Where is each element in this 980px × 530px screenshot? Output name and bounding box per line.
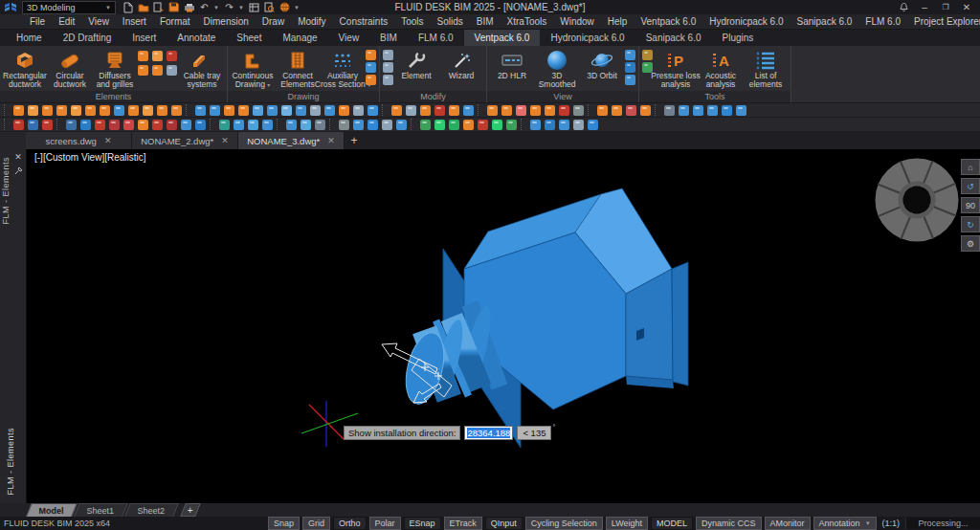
status-toggle-esnap[interactable]: ESnap: [404, 517, 441, 530]
toolbar-tool-button[interactable]: [693, 105, 703, 116]
toolbar-tool-button[interactable]: [573, 120, 584, 130]
qat-printer-icon[interactable]: [183, 2, 195, 13]
toolbar-tool-button[interactable]: [406, 105, 416, 116]
toolbar-tool-button[interactable]: [664, 105, 675, 116]
view-home-button[interactable]: ⌂: [961, 159, 980, 175]
qat-caret-icon[interactable]: ▼: [294, 4, 301, 11]
ribbon-tab-manage[interactable]: Manage: [272, 30, 327, 46]
toolbar-tool-button[interactable]: [267, 105, 278, 116]
toolbar-tool-button[interactable]: [109, 120, 120, 130]
distance-input[interactable]: 28364.188: [464, 426, 513, 440]
toolbar-tool-button[interactable]: [234, 120, 244, 130]
ribbon-tab-annotate[interactable]: Annotate: [167, 30, 226, 46]
toolbar-tool-button[interactable]: [722, 105, 732, 116]
toolbar-tool-button[interactable]: [588, 120, 598, 130]
palette-tab-flm-elements-top[interactable]: FLM - Elements: [1, 157, 11, 225]
ribbon-tab-hydronicpack-6-0[interactable]: Hydronicpack 6.0: [540, 30, 635, 46]
toolbar-tool-button[interactable]: [224, 105, 234, 116]
elements-rectangular-ductwork-button[interactable]: Rectangularductwork: [3, 48, 47, 89]
toolbar-tool-button[interactable]: [530, 105, 541, 116]
toolbar-tool-button[interactable]: [391, 105, 402, 116]
menu-item-format[interactable]: Format: [153, 16, 197, 27]
toolbar-tool-button[interactable]: [559, 105, 569, 116]
menu-item-sanipack-6-0[interactable]: Sanipack 6.0: [791, 16, 859, 27]
scene-3d-duct-object[interactable]: [27, 149, 980, 503]
tools-mini-tool-button[interactable]: [642, 50, 653, 60]
document-tab-noname-2-dwg-[interactable]: NONAME_2.dwg*✕: [132, 132, 238, 149]
toolbar-tool-button[interactable]: [28, 120, 38, 130]
modify-mini-tool-button[interactable]: [383, 75, 393, 85]
status-toggle-model[interactable]: MODEL: [651, 517, 693, 530]
close-button[interactable]: ✕: [961, 2, 972, 13]
toolbar-tool-button[interactable]: [66, 120, 77, 130]
toolbar-tool-button[interactable]: [492, 120, 502, 130]
view-mini-tool-button[interactable]: [625, 75, 635, 85]
ribbon-tab-home[interactable]: Home: [6, 30, 53, 46]
tools-mini-tool-button[interactable]: [642, 62, 653, 73]
toolbar-tool-button[interactable]: [420, 120, 431, 130]
annotation-scale[interactable]: (1:1): [882, 519, 901, 528]
toolbar-tool-button[interactable]: [545, 120, 555, 130]
toolbar-tool-button[interactable]: [171, 105, 182, 116]
status-toggle-qinput[interactable]: QInput: [485, 517, 523, 530]
toolbar-tool-button[interactable]: [679, 105, 689, 116]
toolbar-tool-button[interactable]: [42, 120, 53, 130]
menu-item-ventpack-6-0[interactable]: Ventpack 6.0: [634, 16, 702, 27]
elements-cable-tray-systems-button[interactable]: Cable traysystems: [180, 48, 224, 89]
toolbar-tool-button[interactable]: [42, 105, 53, 116]
angle-input[interactable]: < 135: [517, 426, 551, 440]
menu-item-edit[interactable]: Edit: [52, 16, 81, 27]
menu-item-hydronicpack-6-0[interactable]: Hydronicpack 6.0: [702, 16, 790, 27]
rotate-ccw-button[interactable]: ↺: [961, 178, 980, 194]
drawing-viewport[interactable]: [-][Custom View][Realistic]: [27, 149, 980, 503]
toolbar-tool-button[interactable]: [339, 120, 349, 130]
toolbar-tool-button[interactable]: [195, 120, 206, 130]
toolbar-tool-button[interactable]: [597, 105, 608, 116]
ribbon-tab-flm-6-0[interactable]: FLM 6.0: [408, 30, 464, 46]
status-toggle-etrack[interactable]: ETrack: [444, 517, 482, 530]
toolbar-tool-button[interactable]: [301, 120, 311, 130]
document-tab-close-icon[interactable]: ✕: [327, 136, 335, 145]
qat-folder-icon[interactable]: [137, 2, 149, 13]
rotate-90-button[interactable]: 90: [961, 197, 980, 213]
drawing-connect-elements-button[interactable]: ConnectElements: [276, 48, 320, 89]
sheet-tab-model[interactable]: Model: [26, 503, 78, 517]
toolbar-tool-button[interactable]: [612, 105, 622, 116]
toolbar-tool-button[interactable]: [128, 105, 139, 116]
toolbar-tool-button[interactable]: [315, 120, 325, 130]
status-toggle-polar[interactable]: Polar: [369, 517, 401, 530]
toolbar-tool-button[interactable]: [324, 105, 335, 116]
view-mini-tool-button[interactable]: [625, 62, 635, 73]
toolbar-tool-button[interactable]: [95, 120, 105, 130]
ribbon-tab-ventpack-6-0[interactable]: Ventpack 6.0: [464, 30, 541, 46]
tools-list-of-elements-button[interactable]: List ofelements: [744, 48, 788, 89]
toolbar-tool-button[interactable]: [626, 105, 636, 116]
document-tab-noname-3-dwg-[interactable]: NONAME_3.dwg*✕: [238, 132, 345, 149]
toolbar-tool-button[interactable]: [13, 120, 24, 130]
toolbar-tool-button[interactable]: [100, 105, 110, 116]
toolbar-tool-button[interactable]: [195, 105, 206, 116]
palette-tab-flm-elements-bottom[interactable]: FLM - Elements: [6, 428, 15, 496]
status-toggle-amonitor[interactable]: AMonitor: [765, 517, 811, 530]
qat-table-icon[interactable]: [248, 2, 260, 13]
elements-mini-tool-button[interactable]: [152, 51, 163, 61]
palette-close-icon[interactable]: ✕: [12, 151, 24, 163]
view-3d-smoothed-button[interactable]: 3DSmoothed: [535, 48, 579, 89]
toolbar-tool-button[interactable]: [487, 105, 498, 116]
toolbar-tool-button[interactable]: [56, 105, 67, 116]
sheet-tab-sheet1[interactable]: Sheet1: [74, 503, 127, 517]
toolbar-tool-button[interactable]: [707, 105, 718, 116]
toolbar-tool-button[interactable]: [463, 120, 474, 130]
ribbon-tab-sheet[interactable]: Sheet: [226, 30, 272, 46]
toolbar-tool-button[interactable]: [114, 105, 124, 116]
modify-mini-tool-button[interactable]: [383, 62, 393, 73]
sheet-tab-sheet2[interactable]: Sheet2: [124, 503, 178, 517]
toolbar-tool-button[interactable]: [296, 105, 306, 116]
navigation-wheel[interactable]: [878, 161, 956, 239]
status-toggle-grid[interactable]: Grid: [302, 517, 330, 530]
toolbar-tool-button[interactable]: [238, 105, 249, 116]
qat-doc-new-icon[interactable]: [122, 2, 134, 13]
menu-item-file[interactable]: File: [23, 16, 52, 27]
menu-item-solids[interactable]: Solids: [431, 16, 470, 27]
toolbar-tool-button[interactable]: [434, 105, 445, 116]
